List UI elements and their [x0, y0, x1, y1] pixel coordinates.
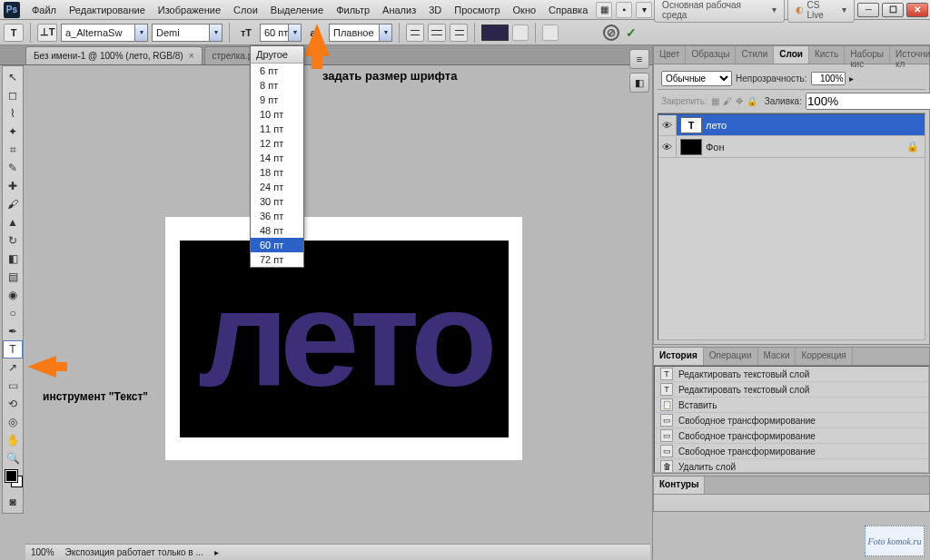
layer-name[interactable]: Фон — [706, 142, 725, 152]
menu-layers[interactable]: Слои — [227, 2, 264, 18]
window-close-button[interactable]: ✕ — [906, 3, 928, 17]
history-item[interactable]: ▭Свободное трансформирование — [655, 413, 928, 428]
view-extras-icon[interactable]: ▾ — [636, 2, 652, 18]
tab-swatches[interactable]: Образцы — [686, 46, 736, 64]
antialias-combo[interactable]: Плавное▾ — [329, 24, 392, 42]
canvas[interactable]: лето — [165, 217, 522, 460]
tab-brushsets[interactable]: Наборы кис — [845, 46, 890, 64]
font-size-option[interactable]: 11 пт — [251, 122, 303, 136]
quick-select-tool[interactable]: ✦ — [3, 123, 23, 141]
tab-clonesrc[interactable]: Источник кл — [890, 46, 930, 64]
lasso-tool[interactable]: ⌇ — [3, 104, 23, 123]
layer-name[interactable]: лето — [706, 120, 727, 131]
tab-actions[interactable]: Операции — [704, 348, 758, 365]
font-size-dropdown[interactable]: Другое 6 пт8 пт9 пт10 пт11 пт12 пт14 пт1… — [250, 45, 304, 268]
menu-view[interactable]: Просмотр — [448, 2, 506, 18]
blur-tool[interactable]: ◉ — [3, 286, 23, 304]
opacity-input[interactable] — [811, 72, 846, 85]
doc-info[interactable]: Экспозиция работает только в ... — [65, 547, 203, 557]
text-layer-content[interactable]: лето — [198, 260, 490, 418]
font-size-option[interactable]: 60 пт — [251, 238, 303, 252]
window-minimize-button[interactable]: ─ — [857, 3, 879, 17]
warp-text-button[interactable] — [512, 25, 529, 41]
shape-tool[interactable]: ▭ — [3, 377, 23, 395]
cs-live-button[interactable]: ◐ CS Live ▾ — [787, 0, 856, 23]
menu-image[interactable]: Изображение — [152, 2, 227, 18]
tab-masks[interactable]: Маски — [758, 348, 796, 365]
window-maximize-button[interactable]: ☐ — [882, 3, 904, 17]
pen-tool[interactable]: ✒ — [3, 322, 23, 340]
history-item[interactable]: 🗑Удалить слой — [655, 459, 928, 473]
layer-item[interactable]: 👁 T лето — [658, 114, 925, 136]
visibility-toggle-icon[interactable]: 👁 — [658, 137, 677, 157]
font-size-option[interactable]: 14 пт — [251, 151, 303, 165]
hand-tool[interactable]: ✋ — [3, 431, 23, 449]
marquee-tool[interactable]: ◻ — [3, 86, 23, 104]
dodge-tool[interactable]: ○ — [3, 304, 23, 322]
history-item[interactable]: TРедактировать текстовый слой — [655, 382, 928, 398]
history-item[interactable]: 📋Вставить — [655, 398, 928, 413]
lock-transparency-icon[interactable]: ▦ — [711, 96, 719, 106]
3d-tool[interactable]: ⟲ — [3, 395, 23, 413]
launch-minibridge-icon[interactable]: ▪ — [616, 2, 632, 18]
menu-analysis[interactable]: Анализ — [376, 2, 422, 18]
stamp-tool[interactable]: ▲ — [3, 213, 23, 231]
move-tool[interactable]: ↖ — [3, 68, 23, 86]
opacity-flyout-icon[interactable]: ▸ — [849, 74, 854, 84]
menu-edit[interactable]: Редактирование — [63, 2, 152, 18]
character-panel-toggle[interactable] — [542, 25, 559, 41]
menu-select[interactable]: Выделение — [264, 2, 330, 18]
layer-item[interactable]: 👁 Фон 🔒 — [658, 136, 925, 158]
commit-edit-button[interactable]: ✓ — [623, 25, 639, 41]
tab-history[interactable]: История — [654, 348, 704, 365]
zoom-level[interactable]: 100% — [31, 547, 54, 557]
3d-camera-tool[interactable]: ◎ — [3, 413, 23, 431]
align-right-button[interactable] — [450, 24, 468, 42]
align-center-button[interactable] — [428, 24, 446, 42]
font-size-option[interactable]: 6 пт — [251, 64, 303, 78]
font-size-dropdown-header[interactable]: Другое — [251, 46, 303, 64]
healing-tool[interactable]: ✚ — [3, 177, 23, 195]
tab-layers[interactable]: Слои — [774, 46, 809, 64]
font-size-option[interactable]: 12 пт — [251, 136, 303, 151]
font-size-option[interactable]: 10 пт — [251, 107, 303, 122]
zoom-tool[interactable]: 🔍 — [3, 449, 23, 467]
workspace-switcher[interactable]: Основная рабочая среда ▾ — [654, 0, 784, 23]
tab-brush[interactable]: Кисть — [809, 46, 845, 64]
menu-file[interactable]: Файл — [25, 2, 63, 18]
tab-styles[interactable]: Стили — [736, 46, 774, 64]
menu-window[interactable]: Окно — [507, 2, 543, 18]
lock-all-icon[interactable]: 🔒 — [747, 96, 757, 106]
menu-3d[interactable]: 3D — [422, 2, 448, 18]
font-size-option[interactable]: 9 пт — [251, 93, 303, 107]
font-size-option[interactable]: 18 пт — [251, 165, 303, 180]
font-size-option[interactable]: 36 пт — [251, 209, 303, 223]
tab-paths[interactable]: Контуры — [654, 476, 705, 494]
launch-bridge-icon[interactable]: ▦ — [596, 2, 612, 18]
lock-pixels-icon[interactable]: 🖌 — [723, 96, 732, 106]
tool-preset-icon[interactable]: T — [4, 24, 24, 42]
history-item[interactable]: TРедактировать текстовый слой — [655, 367, 928, 382]
font-family-combo[interactable]: a_AlternaSw▾ — [61, 24, 148, 42]
font-style-combo[interactable]: Demi▾ — [152, 24, 223, 42]
crop-tool[interactable]: ⌗ — [3, 141, 23, 159]
collapsed-panel-icon[interactable]: ◧ — [629, 73, 649, 93]
font-size-combo[interactable]: 60 пт▾ — [260, 24, 302, 42]
blend-mode-select[interactable]: Обычные — [661, 71, 732, 86]
menu-filter[interactable]: Фильтр — [330, 2, 376, 18]
document-tab-active[interactable]: Без имени-1 @ 100% (лето, RGB/8)× — [25, 46, 203, 64]
align-left-button[interactable] — [406, 24, 424, 42]
eraser-tool[interactable]: ◧ — [3, 250, 23, 268]
history-item[interactable]: ▭Свободное трансформирование — [655, 444, 928, 459]
brush-tool[interactable]: 🖌 — [3, 195, 23, 213]
history-brush-tool[interactable]: ↻ — [3, 231, 23, 250]
fill-input[interactable] — [806, 93, 930, 110]
eyedropper-tool[interactable]: ✎ — [3, 159, 23, 177]
collapsed-panel-icon[interactable]: ≡ — [629, 49, 649, 69]
menu-help[interactable]: Справка — [542, 2, 594, 18]
path-select-tool[interactable]: ↗ — [3, 359, 23, 377]
font-size-option[interactable]: 48 пт — [251, 223, 303, 238]
gradient-tool[interactable]: ▤ — [3, 268, 23, 286]
font-size-option[interactable]: 24 пт — [251, 180, 303, 194]
font-size-option[interactable]: 8 пт — [251, 78, 303, 93]
